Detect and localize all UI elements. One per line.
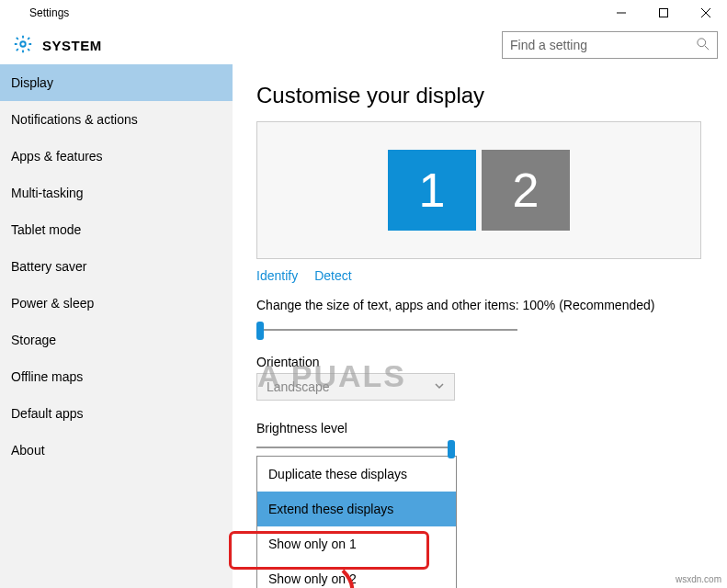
minimize-button[interactable] [600,0,642,26]
display-mode-option[interactable]: Show only on 1 [257,526,456,561]
svg-point-5 [698,38,706,46]
sidebar: DisplayNotifications & actionsApps & fea… [0,64,233,588]
sidebar-item-tablet-mode[interactable]: Tablet mode [0,211,233,248]
orientation-dropdown[interactable]: Landscape [256,373,455,401]
scale-slider[interactable] [256,320,517,340]
window-title: Settings [29,6,69,19]
svg-rect-1 [660,9,668,17]
svg-line-6 [705,45,709,49]
sidebar-item-default-apps[interactable]: Default apps [0,395,233,432]
close-button[interactable] [685,0,727,26]
sidebar-item-power-sleep[interactable]: Power & sleep [0,285,233,322]
display-mode-option[interactable]: Duplicate these displays [257,457,456,492]
monitor-1[interactable]: 1 [388,150,476,231]
sidebar-item-display[interactable]: Display [0,64,233,101]
search-input[interactable]: Find a setting [502,31,718,59]
sidebar-item-about[interactable]: About [0,432,233,469]
monitor-2[interactable]: 2 [482,150,570,231]
detect-link[interactable]: Detect [314,268,351,283]
display-arrangement[interactable]: 1 2 [256,121,701,259]
sidebar-item-storage[interactable]: Storage [0,322,233,358]
sidebar-item-apps-features[interactable]: Apps & features [0,138,233,175]
brightness-label: Brightness level [256,421,703,435]
search-placeholder: Find a setting [510,38,587,52]
svg-point-4 [20,41,26,47]
maximize-button[interactable] [642,0,685,26]
sidebar-item-notifications-actions[interactable]: Notifications & actions [0,101,233,138]
display-mode-option[interactable]: Extend these displays [257,492,456,526]
brightness-slider[interactable] [256,441,455,456]
system-label: SYSTEM [42,38,102,53]
orientation-label: Orientation [256,355,703,369]
header: SYSTEM Find a setting [0,26,727,64]
attribution-text: wsxdn.com [676,574,721,584]
display-mode-option[interactable]: Show only on 2 [257,561,456,588]
sidebar-item-multi-tasking[interactable]: Multi-tasking [0,175,233,211]
multi-display-dropdown[interactable]: Duplicate these displaysExtend these dis… [256,456,457,588]
gear-icon [13,34,33,57]
main-panel: Customise your display 1 2 Identify Dete… [233,64,727,588]
sidebar-item-offline-maps[interactable]: Offline maps [0,358,233,395]
chevron-down-icon [434,379,445,394]
titlebar: Settings [0,0,727,26]
scale-label: Change the size of text, apps and other … [256,298,703,312]
identify-link[interactable]: Identify [256,268,298,283]
sidebar-item-battery-saver[interactable]: Battery saver [0,248,233,285]
search-icon [697,38,710,53]
page-title: Customise your display [256,83,703,108]
orientation-value: Landscape [267,379,330,394]
